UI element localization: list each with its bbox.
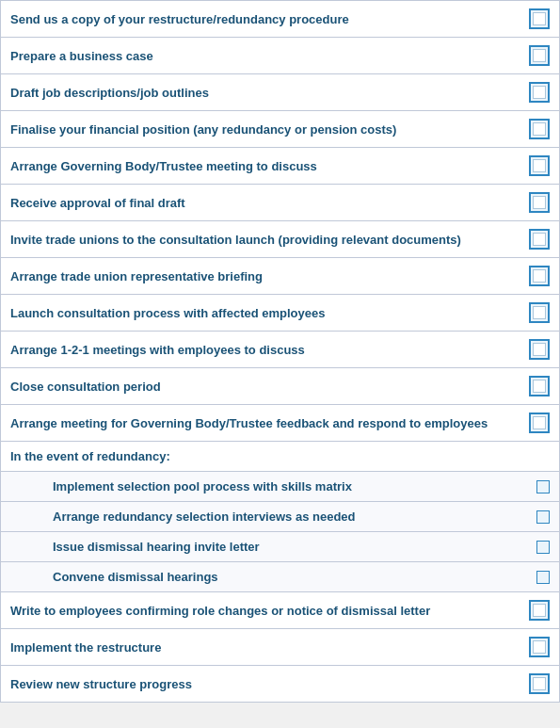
list-item: Draft job descriptions/job outlines [0, 74, 560, 111]
checkbox[interactable] [529, 82, 550, 103]
checkbox[interactable] [529, 600, 550, 621]
list-item: Issue dismissal hearing invite letter [0, 532, 560, 562]
checkbox[interactable] [529, 119, 550, 139]
checkbox-small[interactable] [536, 571, 550, 584]
item-label: Arrange 1-2-1 meetings with employees to… [10, 343, 520, 357]
list-item: Convene dismissal hearings [0, 562, 560, 592]
checkbox-small[interactable] [536, 510, 550, 524]
checkbox[interactable] [529, 376, 550, 396]
checkbox[interactable] [529, 673, 550, 694]
item-label: Convene dismissal hearings [53, 570, 527, 584]
list-item: Implement selection pool process with sk… [0, 472, 560, 502]
list-item: Arrange 1-2-1 meetings with employees to… [0, 332, 560, 368]
item-label: Arrange trade union representative brief… [10, 269, 520, 283]
item-label: Close consultation period [10, 380, 520, 394]
checkbox[interactable] [529, 339, 550, 360]
list-item: Close consultation period [0, 368, 560, 405]
item-label: Draft job descriptions/job outlines [10, 86, 520, 100]
list-item: Implement the restructure [0, 629, 560, 666]
item-label: Invite trade unions to the consultation … [10, 233, 520, 247]
list-item: Invite trade unions to the consultation … [0, 221, 560, 258]
checkbox[interactable] [529, 45, 550, 66]
list-item: Review new structure progress [0, 666, 560, 703]
item-label: Prepare a business case [10, 49, 520, 63]
list-item: Prepare a business case [0, 38, 560, 74]
item-label: Implement selection pool process with sk… [53, 479, 527, 493]
checkbox[interactable] [529, 266, 550, 286]
checkbox[interactable] [529, 192, 550, 213]
item-label: Issue dismissal hearing invite letter [53, 540, 527, 554]
list-item: Arrange trade union representative brief… [0, 258, 560, 295]
list-item: Receive approval of final draft [0, 185, 560, 221]
list-item: Write to employees confirming role chang… [0, 592, 560, 629]
item-label: In the event of redundancy: [10, 449, 550, 463]
list-item: Finalise your financial position (any re… [0, 111, 560, 148]
checkbox-small[interactable] [536, 541, 550, 554]
checkbox[interactable] [529, 413, 550, 433]
checkbox[interactable] [529, 229, 550, 250]
checkbox[interactable] [529, 302, 550, 323]
item-label: Arrange Governing Body/Trustee meeting t… [10, 159, 520, 173]
list-item: In the event of redundancy: [0, 442, 560, 472]
checkbox[interactable] [529, 155, 550, 176]
item-label: Write to employees confirming role chang… [10, 604, 520, 618]
list-item: Arrange Governing Body/Trustee meeting t… [0, 148, 560, 185]
list-item: Launch consultation process with affecte… [0, 295, 560, 332]
item-label: Arrange meeting for Governing Body/Trust… [10, 416, 520, 430]
item-label: Implement the restructure [10, 640, 520, 655]
item-label: Launch consultation process with affecte… [10, 306, 520, 320]
item-label: Finalise your financial position (any re… [10, 122, 520, 137]
list-item: Arrange redundancy selection interviews … [0, 502, 560, 532]
checkbox[interactable] [529, 637, 550, 657]
list-item: Arrange meeting for Governing Body/Trust… [0, 405, 560, 442]
list-item: Send us a copy of your restructure/redun… [0, 0, 560, 38]
item-label: Review new structure progress [10, 677, 520, 691]
item-label: Receive approval of final draft [10, 196, 520, 210]
checkbox-small[interactable] [536, 480, 550, 493]
item-label: Arrange redundancy selection interviews … [53, 510, 527, 524]
checklist-container: Send us a copy of your restructure/redun… [0, 0, 560, 703]
checkbox[interactable] [529, 8, 550, 29]
item-label: Send us a copy of your restructure/redun… [10, 12, 520, 26]
